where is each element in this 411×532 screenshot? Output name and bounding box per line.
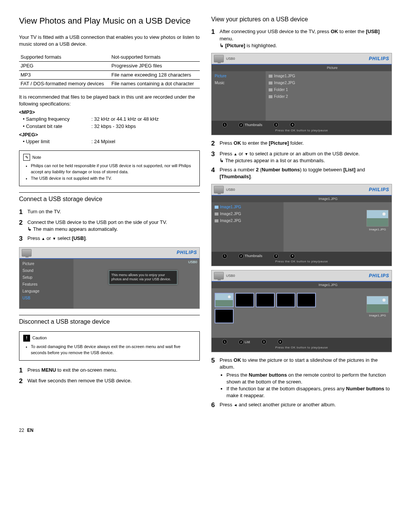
footer-hint: Press the OK button to play/pause bbox=[215, 128, 389, 133]
brand-logo: PHILIPS bbox=[369, 273, 389, 279]
image-icon bbox=[215, 219, 218, 222]
folder-icon bbox=[269, 88, 272, 91]
connect-heading: Connect a USB storage device bbox=[19, 192, 200, 203]
caution-title: Caution bbox=[32, 335, 47, 341]
tv-menu-main: PHILIPS Picture Sound Setup Features Lan… bbox=[19, 247, 200, 309]
note-item: Philips can not be held responsible if y… bbox=[31, 163, 196, 175]
footer-button-icon: 3 bbox=[274, 254, 279, 259]
up-arrow-icon bbox=[41, 235, 45, 241]
caution-icon: ! bbox=[23, 335, 30, 342]
tv-file-item-selected[interactable]: Image1.JPG bbox=[212, 204, 284, 211]
page-footer: 22EN bbox=[19, 427, 392, 434]
note-item: The USB device is not supplied with the … bbox=[31, 176, 196, 181]
view-step: After connecting your USB device to the … bbox=[220, 27, 392, 49]
disconnect-heading: Disconnect a USB storage device bbox=[19, 315, 200, 326]
thumbnail[interactable] bbox=[215, 309, 234, 323]
connect-step: Connect the USB device to the USB port o… bbox=[27, 218, 200, 233]
thumbnail[interactable] bbox=[256, 293, 275, 307]
camera-icon bbox=[215, 206, 218, 209]
footer-button-icon: 2 bbox=[239, 123, 244, 128]
tv-file-item[interactable]: Image1.JPG bbox=[266, 73, 392, 80]
tv-menu-item-selected[interactable]: USB bbox=[19, 295, 73, 302]
view-heading: View your pictures on a USB device bbox=[211, 15, 392, 24]
tv-menu-list: USB0PHILIPS Image1.JPG Image1.JPG Image2… bbox=[211, 184, 392, 266]
tv-menu-item[interactable]: Music bbox=[212, 80, 266, 86]
connect-step: Press or select USB. bbox=[27, 234, 200, 242]
left-arrow-icon bbox=[234, 402, 237, 407]
down-arrow-icon bbox=[245, 151, 249, 157]
image-icon bbox=[215, 212, 218, 216]
thumbnail[interactable] bbox=[297, 293, 316, 307]
mp3-spec-row: Sampling frequency: 32 kHz or 44.1 kHz o… bbox=[23, 116, 200, 123]
tv-menu-picture: USB0PHILIPS Picture Picture Music Image1… bbox=[211, 53, 392, 135]
disconnect-step: Press MENU to exit the on-screen menu. bbox=[27, 366, 200, 374]
tv-menu-item[interactable]: Picture bbox=[19, 260, 73, 267]
tv-icon bbox=[214, 272, 224, 280]
down-arrow-icon bbox=[53, 235, 56, 241]
view-step: Press or to select a picture or an album… bbox=[220, 150, 392, 164]
view-step: Press and select another picture or anot… bbox=[220, 401, 392, 408]
view-step: Press a number 2 (Number buttons) to tog… bbox=[220, 166, 392, 180]
footer-button-icon: 4 bbox=[290, 122, 295, 127]
spec-note: It is recommended that files to be playe… bbox=[19, 94, 200, 107]
connect-step: Turn on the TV. bbox=[27, 208, 200, 215]
mp3-label: <MP3> bbox=[19, 109, 200, 116]
jpeg-spec-row: Upper limit: 24 Mpixel bbox=[23, 138, 200, 145]
image-icon bbox=[269, 81, 272, 85]
tv-file-item[interactable]: Image2.JPG bbox=[266, 80, 392, 86]
footer-button-icon: 4 bbox=[278, 339, 283, 344]
usb-label: USB0 bbox=[188, 260, 197, 265]
up-arrow-icon bbox=[234, 151, 237, 157]
folder-icon bbox=[269, 95, 272, 98]
footer-button-icon: 2 bbox=[239, 340, 244, 345]
footer-button-icon: 2 bbox=[239, 254, 244, 259]
intro-text: Your TV is fitted with a USB connection … bbox=[19, 34, 200, 48]
note-title: Note bbox=[32, 155, 41, 160]
footer-hint: Press the OK button to play/pause bbox=[215, 259, 389, 264]
note-box: ✎Note Philips can not be held responsibl… bbox=[19, 150, 200, 186]
tv-folder-item[interactable]: Folder 2 bbox=[266, 93, 392, 100]
formats-table: Supported formatsNot-supported formats J… bbox=[19, 53, 200, 88]
image-preview: Image1.JPG bbox=[366, 296, 389, 318]
disconnect-step: Wait five seconds then remove the USB de… bbox=[27, 377, 200, 384]
brand-logo: PHILIPS bbox=[369, 56, 389, 62]
image-icon bbox=[269, 75, 272, 78]
tv-icon bbox=[22, 249, 32, 257]
tv-menu-thumbnails: USB0PHILIPS Image1.JPG Image1.JPG bbox=[211, 270, 392, 352]
tv-menu-item-selected[interactable]: Picture bbox=[212, 73, 266, 80]
jpeg-label: <JPEG> bbox=[19, 131, 200, 138]
tv-icon bbox=[214, 55, 224, 62]
thumbnail-selected[interactable] bbox=[215, 293, 234, 307]
page-title: View Photos and Play Music on a USB Devi… bbox=[19, 15, 200, 27]
footer-button-icon: 4 bbox=[290, 254, 295, 259]
tv-icon bbox=[214, 186, 224, 193]
thumbnail[interactable] bbox=[235, 293, 254, 307]
tv-file-item[interactable]: Image2.JPG bbox=[212, 211, 284, 217]
tv-tooltip: This menu allows you to enjoy your photo… bbox=[109, 270, 177, 284]
thumbnail[interactable] bbox=[276, 293, 295, 307]
note-icon: ✎ bbox=[23, 154, 30, 161]
footer-button-icon: 3 bbox=[274, 122, 279, 127]
footer-button-icon: 1 bbox=[222, 339, 227, 344]
tv-menu-item[interactable]: Setup bbox=[19, 274, 73, 281]
tv-folder-item[interactable]: Folder 1 bbox=[266, 86, 392, 93]
footer-button-icon: 1 bbox=[222, 122, 227, 127]
tv-file-item[interactable]: Image2.JPG bbox=[212, 217, 284, 224]
tv-menu-item[interactable]: Sound bbox=[19, 267, 73, 274]
footer-hint: Press the OK button to play/pause bbox=[215, 345, 389, 350]
caution-box: !Caution To avoid damaging the USB devic… bbox=[19, 331, 200, 361]
mp3-spec-row: Constant bit rate: 32 kbps - 320 kbps bbox=[23, 123, 200, 130]
view-step: Press OK to enter the Picture folder. bbox=[220, 139, 392, 147]
image-preview: Image1.JPG bbox=[366, 210, 389, 232]
tv-menu-item[interactable]: Language bbox=[19, 288, 73, 295]
footer-button-icon: 1 bbox=[222, 254, 227, 259]
brand-logo: PHILIPS bbox=[369, 187, 389, 193]
footer-button-icon: 3 bbox=[261, 339, 266, 344]
tv-menu-item[interactable]: Features bbox=[19, 281, 73, 288]
view-step: Press OK to view the picture or to start… bbox=[220, 356, 392, 399]
caution-item: To avoid damaging the USB device always … bbox=[31, 344, 196, 356]
brand-logo: PHILIPS bbox=[177, 249, 197, 256]
